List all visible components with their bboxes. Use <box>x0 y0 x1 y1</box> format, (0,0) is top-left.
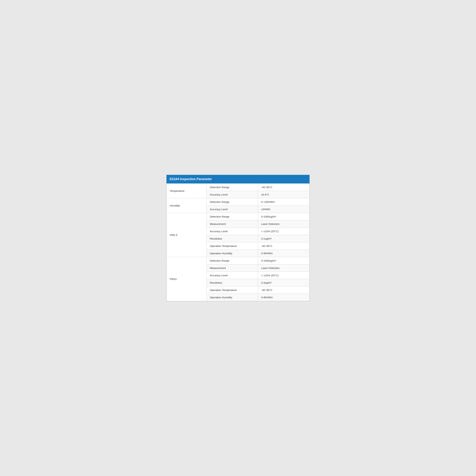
param-cell: Accuracy Level <box>206 206 258 213</box>
value-cell: ±3%RH <box>258 206 309 213</box>
value-cell: ±0.5°C <box>258 191 309 198</box>
inspection-parameter-table: ES104 Inspection Parameter TemperatureDe… <box>166 175 310 301</box>
value-cell: Laser Detection <box>258 264 309 272</box>
param-cell: Operation Humidity <box>206 250 258 257</box>
category-cell: Temperature <box>167 184 207 198</box>
category-cell: PM10 <box>167 257 207 301</box>
table-row: PM2.5Detection Range0-1000ug/m³ <box>167 213 309 220</box>
value-cell: 0.1ug/m³ <box>258 235 309 242</box>
param-cell: Detection Range <box>206 198 258 206</box>
param-cell: Operation Humidity <box>206 294 258 301</box>
category-cell: PM2.5 <box>167 213 207 257</box>
value-cell: Laser Detection <box>258 220 309 228</box>
value-cell: 0~100%RH <box>258 198 309 206</box>
param-cell: Measurement <box>206 264 258 272</box>
parameter-table: TemperatureDetection Range-40~80°CAccura… <box>167 184 309 301</box>
value-cell: 0-95%RH <box>258 294 309 301</box>
value-cell: -40~80°C <box>258 184 309 191</box>
value-cell: 0.3ug/m³ <box>258 279 309 287</box>
param-cell: Operation Temperature <box>206 242 258 250</box>
param-cell: Accuracy Level <box>206 228 258 235</box>
value-cell: 0-95%RH <box>258 250 309 257</box>
table-row: HumidityDetection Range0~100%RH <box>167 198 309 206</box>
value-cell: < ±10% (25°C) <box>258 272 309 279</box>
param-cell: Detection Range <box>206 184 258 191</box>
param-cell: Detection Range <box>206 257 258 264</box>
category-cell: Humidity <box>167 198 207 213</box>
param-cell: Resolution <box>206 279 258 287</box>
table-header: ES104 Inspection Parameter <box>167 175 309 184</box>
param-cell: Operation Temperature <box>206 287 258 294</box>
param-cell: Measurement <box>206 220 258 228</box>
value-cell: 0-1000ug/m³ <box>258 257 309 264</box>
value-cell: -40~80°C <box>258 242 309 250</box>
param-cell: Resolution <box>206 235 258 242</box>
value-cell: 0-1000ug/m³ <box>258 213 309 220</box>
table-title: ES104 Inspection Parameter <box>170 177 212 181</box>
value-cell: < ±10% (25°C) <box>258 228 309 235</box>
table-row: PM10Detection Range0-1000ug/m³ <box>167 257 309 264</box>
value-cell: -40~80°C <box>258 287 309 294</box>
param-cell: Detection Range <box>206 213 258 220</box>
param-cell: Accuracy Level <box>206 272 258 279</box>
table-row: TemperatureDetection Range-40~80°C <box>167 184 309 191</box>
param-cell: Accuracy Level <box>206 191 258 198</box>
